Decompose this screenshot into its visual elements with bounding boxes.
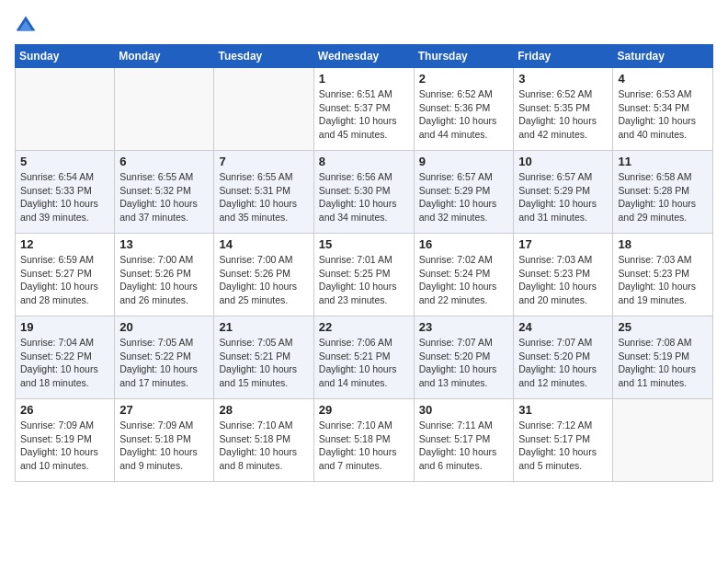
calendar-cell: 12Sunrise: 6:59 AM Sunset: 5:27 PM Dayli…	[16, 234, 115, 316]
calendar-cell: 13Sunrise: 7:00 AM Sunset: 5:26 PM Dayli…	[115, 234, 214, 316]
day-number: 1	[319, 72, 409, 86]
column-header-monday: Monday	[115, 45, 214, 68]
day-number: 27	[119, 403, 209, 417]
calendar-cell	[214, 68, 313, 151]
calendar-cell	[16, 68, 115, 151]
day-number: 14	[219, 237, 308, 251]
calendar-week-row: 5Sunrise: 6:54 AM Sunset: 5:33 PM Daylig…	[16, 151, 713, 234]
day-info: Sunrise: 6:52 AM Sunset: 5:35 PM Dayligh…	[518, 87, 608, 142]
calendar-header-row: SundayMondayTuesdayWednesdayThursdayFrid…	[16, 45, 713, 68]
day-number: 2	[419, 72, 509, 86]
day-number: 16	[419, 237, 509, 251]
calendar-cell: 16Sunrise: 7:02 AM Sunset: 5:24 PM Dayli…	[414, 234, 514, 316]
calendar-cell: 20Sunrise: 7:05 AM Sunset: 5:22 PM Dayli…	[115, 316, 214, 399]
calendar-cell: 21Sunrise: 7:05 AM Sunset: 5:21 PM Dayli…	[214, 316, 313, 399]
calendar-week-row: 12Sunrise: 6:59 AM Sunset: 5:27 PM Dayli…	[16, 234, 713, 316]
calendar-cell: 31Sunrise: 7:12 AM Sunset: 5:17 PM Dayli…	[514, 399, 613, 482]
day-info: Sunrise: 7:08 AM Sunset: 5:19 PM Dayligh…	[618, 336, 708, 390]
day-info: Sunrise: 7:11 AM Sunset: 5:17 PM Dayligh…	[419, 419, 509, 473]
calendar-cell: 25Sunrise: 7:08 AM Sunset: 5:19 PM Dayli…	[613, 316, 713, 399]
column-header-friday: Friday	[514, 45, 613, 68]
day-info: Sunrise: 7:00 AM Sunset: 5:26 PM Dayligh…	[219, 253, 308, 307]
calendar-week-row: 26Sunrise: 7:09 AM Sunset: 5:19 PM Dayli…	[16, 399, 713, 482]
day-info: Sunrise: 6:52 AM Sunset: 5:36 PM Dayligh…	[419, 87, 509, 142]
day-info: Sunrise: 7:02 AM Sunset: 5:24 PM Dayligh…	[419, 253, 509, 307]
day-info: Sunrise: 7:01 AM Sunset: 5:25 PM Dayligh…	[319, 253, 409, 307]
day-info: Sunrise: 6:55 AM Sunset: 5:31 PM Dayligh…	[219, 170, 308, 224]
calendar-cell: 6Sunrise: 6:55 AM Sunset: 5:32 PM Daylig…	[115, 151, 214, 234]
day-number: 31	[518, 403, 608, 417]
day-info: Sunrise: 6:57 AM Sunset: 5:29 PM Dayligh…	[419, 170, 509, 224]
day-info: Sunrise: 7:10 AM Sunset: 5:18 PM Dayligh…	[319, 419, 409, 473]
day-number: 22	[319, 320, 409, 334]
column-header-thursday: Thursday	[414, 45, 514, 68]
calendar-cell: 5Sunrise: 6:54 AM Sunset: 5:33 PM Daylig…	[16, 151, 115, 234]
calendar-cell: 14Sunrise: 7:00 AM Sunset: 5:26 PM Dayli…	[214, 234, 313, 316]
calendar-cell: 24Sunrise: 7:07 AM Sunset: 5:20 PM Dayli…	[514, 316, 613, 399]
day-number: 30	[419, 403, 509, 417]
calendar-cell: 3Sunrise: 6:52 AM Sunset: 5:35 PM Daylig…	[514, 68, 613, 151]
day-info: Sunrise: 7:07 AM Sunset: 5:20 PM Dayligh…	[419, 336, 509, 390]
day-info: Sunrise: 6:56 AM Sunset: 5:30 PM Dayligh…	[319, 170, 409, 224]
day-number: 11	[618, 155, 708, 168]
calendar-cell: 28Sunrise: 7:10 AM Sunset: 5:18 PM Dayli…	[214, 399, 313, 482]
day-number: 15	[319, 237, 409, 251]
day-info: Sunrise: 7:04 AM Sunset: 5:22 PM Dayligh…	[20, 336, 109, 390]
day-number: 25	[618, 320, 708, 334]
calendar-cell: 27Sunrise: 7:09 AM Sunset: 5:18 PM Dayli…	[115, 399, 214, 482]
day-info: Sunrise: 6:54 AM Sunset: 5:33 PM Dayligh…	[20, 170, 109, 224]
calendar-cell: 10Sunrise: 6:57 AM Sunset: 5:29 PM Dayli…	[514, 151, 613, 234]
logo-icon	[15, 15, 37, 37]
calendar-cell: 9Sunrise: 6:57 AM Sunset: 5:29 PM Daylig…	[414, 151, 514, 234]
day-number: 12	[20, 237, 109, 251]
day-number: 29	[319, 403, 409, 417]
calendar-cell: 8Sunrise: 6:56 AM Sunset: 5:30 PM Daylig…	[313, 151, 414, 234]
day-number: 19	[20, 320, 109, 334]
day-number: 9	[419, 155, 509, 168]
day-info: Sunrise: 7:03 AM Sunset: 5:23 PM Dayligh…	[518, 253, 608, 307]
day-number: 4	[618, 72, 708, 86]
calendar-cell: 1Sunrise: 6:51 AM Sunset: 5:37 PM Daylig…	[313, 68, 414, 151]
calendar-table: SundayMondayTuesdayWednesdayThursdayFrid…	[15, 44, 713, 482]
day-number: 7	[219, 155, 308, 168]
day-number: 20	[119, 320, 209, 334]
day-number: 24	[518, 320, 608, 334]
column-header-saturday: Saturday	[613, 45, 713, 68]
logo	[15, 15, 40, 37]
day-number: 26	[20, 403, 109, 417]
day-number: 18	[618, 237, 708, 251]
column-header-wednesday: Wednesday	[313, 45, 414, 68]
calendar-cell: 30Sunrise: 7:11 AM Sunset: 5:17 PM Dayli…	[414, 399, 514, 482]
day-number: 21	[219, 320, 308, 334]
calendar-week-row: 1Sunrise: 6:51 AM Sunset: 5:37 PM Daylig…	[16, 68, 713, 151]
day-info: Sunrise: 7:07 AM Sunset: 5:20 PM Dayligh…	[518, 336, 608, 390]
day-info: Sunrise: 7:03 AM Sunset: 5:23 PM Dayligh…	[618, 253, 708, 307]
day-info: Sunrise: 7:10 AM Sunset: 5:18 PM Dayligh…	[219, 419, 308, 473]
calendar-cell: 22Sunrise: 7:06 AM Sunset: 5:21 PM Dayli…	[313, 316, 414, 399]
day-number: 17	[518, 237, 608, 251]
calendar-cell: 23Sunrise: 7:07 AM Sunset: 5:20 PM Dayli…	[414, 316, 514, 399]
day-info: Sunrise: 6:57 AM Sunset: 5:29 PM Dayligh…	[518, 170, 608, 224]
day-info: Sunrise: 7:12 AM Sunset: 5:17 PM Dayligh…	[518, 419, 608, 473]
day-number: 8	[319, 155, 409, 168]
column-header-sunday: Sunday	[16, 45, 115, 68]
day-info: Sunrise: 7:06 AM Sunset: 5:21 PM Dayligh…	[319, 336, 409, 390]
day-info: Sunrise: 7:09 AM Sunset: 5:19 PM Dayligh…	[20, 419, 109, 473]
calendar-cell: 15Sunrise: 7:01 AM Sunset: 5:25 PM Dayli…	[313, 234, 414, 316]
day-number: 10	[518, 155, 608, 168]
calendar-cell	[115, 68, 214, 151]
day-number: 13	[119, 237, 209, 251]
day-number: 23	[419, 320, 509, 334]
day-info: Sunrise: 7:09 AM Sunset: 5:18 PM Dayligh…	[119, 419, 209, 473]
calendar-cell	[613, 399, 713, 482]
day-number: 5	[20, 155, 109, 168]
calendar-cell: 29Sunrise: 7:10 AM Sunset: 5:18 PM Dayli…	[313, 399, 414, 482]
calendar-cell: 11Sunrise: 6:58 AM Sunset: 5:28 PM Dayli…	[613, 151, 713, 234]
day-info: Sunrise: 6:59 AM Sunset: 5:27 PM Dayligh…	[20, 253, 109, 307]
day-number: 6	[119, 155, 209, 168]
calendar-cell: 19Sunrise: 7:04 AM Sunset: 5:22 PM Dayli…	[16, 316, 115, 399]
day-info: Sunrise: 7:05 AM Sunset: 5:22 PM Dayligh…	[119, 336, 209, 390]
day-info: Sunrise: 7:00 AM Sunset: 5:26 PM Dayligh…	[119, 253, 209, 307]
day-info: Sunrise: 6:55 AM Sunset: 5:32 PM Dayligh…	[119, 170, 209, 224]
header	[15, 15, 713, 37]
